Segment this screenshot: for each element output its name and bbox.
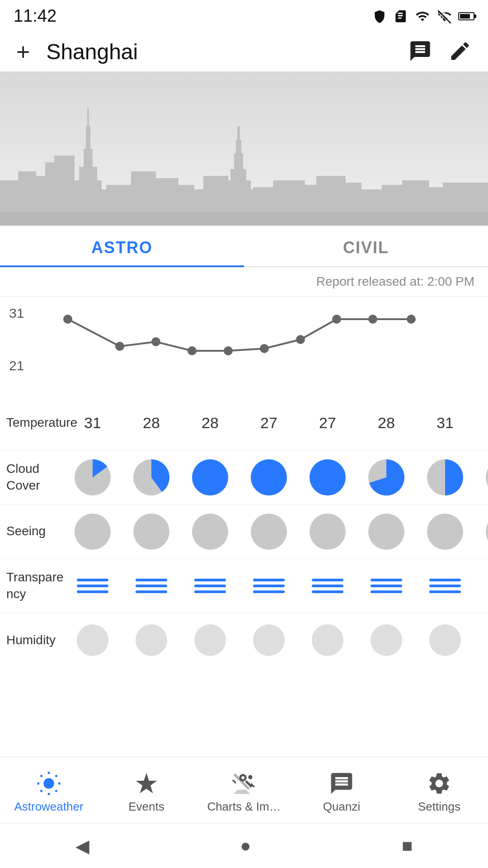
status-icons <box>372 9 474 24</box>
svg-point-44 <box>368 315 377 324</box>
cloud-cover-cells <box>63 453 488 502</box>
wifi-icon <box>414 9 431 24</box>
home-button[interactable]: ● <box>240 835 251 856</box>
chart-area: 31 21 <box>0 297 488 396</box>
cloud-cell-2 <box>181 453 239 502</box>
transparency-label: Transparency <box>0 565 63 607</box>
svg-rect-12 <box>87 108 89 131</box>
temp-val-0: 31 <box>84 414 101 432</box>
cloud-pie-6 <box>425 457 465 498</box>
transparency-icon <box>194 579 226 593</box>
svg-rect-24 <box>237 126 240 142</box>
svg-point-38 <box>151 337 160 346</box>
trans-cell-0 <box>63 574 122 598</box>
seeing-cells <box>63 509 488 554</box>
cloud-pie-0 <box>72 457 113 498</box>
transparency-icon <box>371 579 402 593</box>
seeing-dot <box>368 514 404 550</box>
message-icon <box>408 39 432 63</box>
system-nav-bar: ◀ ● ■ <box>0 823 488 868</box>
temp-val-3: 27 <box>260 414 277 432</box>
settings-icon <box>427 771 452 796</box>
edit-button[interactable] <box>446 37 474 67</box>
nav-astroweather[interactable]: Astroweather <box>0 766 98 818</box>
transparency-icon <box>312 579 343 593</box>
sim-icon <box>393 9 408 24</box>
recents-button[interactable]: ■ <box>402 835 413 856</box>
cloud-cover-row: CloudCover <box>0 450 488 505</box>
seeing-cell-0 <box>63 509 122 554</box>
svg-point-39 <box>188 346 197 355</box>
tab-astro[interactable]: ASTRO <box>0 226 244 267</box>
temperature-row: Temperature 31 28 28 27 27 28 31 31 31 <box>0 396 488 450</box>
hum-cell-4 <box>298 620 357 660</box>
cloud-pie-4 <box>307 457 348 498</box>
svg-point-67 <box>248 775 252 779</box>
status-time: 11:42 <box>14 6 56 26</box>
svg-point-56 <box>486 459 488 495</box>
svg-line-66 <box>56 775 57 777</box>
back-button[interactable]: ◀ <box>75 835 89 856</box>
battery-icon <box>458 12 474 20</box>
temp-val-6: 31 <box>436 414 454 432</box>
shield-icon <box>372 9 387 24</box>
transparency-icon <box>136 579 167 593</box>
seeing-dot <box>486 514 488 550</box>
temp-cell-4: 27 <box>298 410 357 436</box>
humidity-dot <box>136 624 167 656</box>
temp-cell-5: 28 <box>357 410 416 436</box>
tab-civil[interactable]: CIVIL <box>244 226 488 267</box>
nav-quanzi[interactable]: Quanzi <box>293 766 390 818</box>
edit-icon <box>448 39 472 63</box>
sun-icon <box>36 771 61 796</box>
cloud-cell-5 <box>357 453 416 502</box>
seeing-cell-1 <box>122 509 181 554</box>
svg-point-37 <box>115 342 124 351</box>
top-bar: + Shanghai <box>0 32 488 72</box>
svg-rect-35 <box>0 212 488 226</box>
hum-cell-1 <box>122 620 181 660</box>
temp-cell-6: 31 <box>416 410 474 436</box>
cloud-pie-7 <box>483 457 488 498</box>
trans-cell-6 <box>416 574 474 598</box>
temp-cell-0: 31 <box>63 410 122 436</box>
cloud-cell-0 <box>63 453 122 502</box>
temperature-label: Temperature <box>0 410 63 435</box>
temp-cell-7: 31 <box>474 410 488 436</box>
quanzi-icon <box>329 771 354 796</box>
cloud-pie-1 <box>131 457 172 498</box>
message-button[interactable] <box>406 37 435 67</box>
nav-charts-label: Charts & Im… <box>207 800 281 814</box>
svg-line-62 <box>56 790 57 792</box>
temp-cell-2: 28 <box>181 410 239 436</box>
temperature-chart <box>45 310 488 392</box>
cloud-cover-label: CloudCover <box>0 456 63 498</box>
seeing-cell-7 <box>474 509 488 554</box>
nav-charts[interactable]: Charts & Im… <box>195 766 293 818</box>
trans-cell-4 <box>298 574 357 598</box>
humidity-cells <box>63 620 488 660</box>
city-skyline <box>0 72 488 226</box>
nav-settings[interactable]: Settings <box>390 766 488 818</box>
nav-events[interactable]: Events <box>98 766 195 818</box>
cloud-pie-2 <box>190 457 230 498</box>
temperature-cells: 31 28 28 27 27 28 31 31 31 <box>63 410 488 436</box>
status-bar: 11:42 <box>0 0 488 32</box>
svg-point-58 <box>43 778 54 788</box>
humidity-label: Humidity <box>0 627 63 653</box>
seeing-cell-6 <box>416 509 474 554</box>
cloud-cell-4 <box>298 453 357 502</box>
seeing-dot <box>133 514 169 550</box>
svg-point-42 <box>296 335 305 344</box>
charts-icon <box>231 771 257 796</box>
trans-cell-2 <box>181 574 239 598</box>
cloud-cell-6 <box>416 453 474 502</box>
seeing-dot <box>310 514 346 550</box>
report-info: Report released at: 2:00 PM <box>0 267 488 297</box>
seeing-dot <box>75 514 111 550</box>
temp-cell-3: 27 <box>239 410 298 436</box>
svg-point-51 <box>251 459 287 495</box>
nav-quanzi-label: Quanzi <box>323 800 360 814</box>
svg-point-45 <box>407 315 416 324</box>
add-button[interactable]: + <box>14 38 33 66</box>
